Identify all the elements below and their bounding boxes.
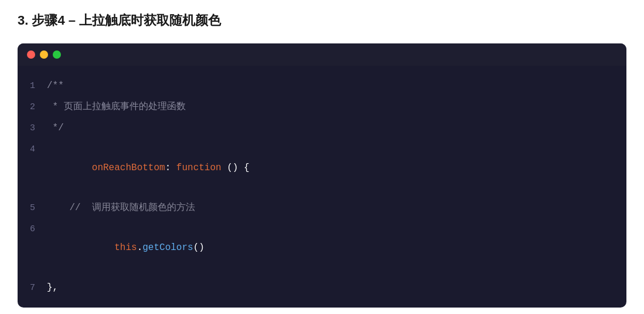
- dot-green: [53, 50, 61, 59]
- window-titlebar: [18, 43, 626, 66]
- code-line: 5 // 调用获取随机颜色的方法: [18, 197, 626, 218]
- code-text: [92, 242, 114, 253]
- line-number: 5: [18, 200, 47, 217]
- code-dot: .: [137, 242, 143, 253]
- line-content: },: [47, 278, 58, 297]
- dot-yellow: [40, 50, 48, 59]
- line-content: this.getColors(): [47, 220, 205, 276]
- code-line: 7 },: [18, 277, 626, 298]
- line-content: // 调用获取随机颜色的方法: [47, 198, 195, 217]
- page-title: 3. 步骤4 – 上拉触底时获取随机颜色: [18, 12, 626, 29]
- line-content: * 页面上拉触底事件的处理函数: [47, 97, 186, 116]
- code-line: 6 this.getColors(): [18, 218, 626, 277]
- line-number: 6: [18, 221, 47, 238]
- code-this: this: [114, 242, 137, 253]
- line-number: 1: [18, 77, 47, 95]
- code-window: 1 /** 2 * 页面上拉触底事件的处理函数 3 */ 4 onReachBo…: [18, 43, 626, 308]
- line-content: /**: [47, 76, 64, 95]
- code-line: 1 /**: [18, 75, 626, 96]
- dot-red: [27, 50, 35, 59]
- code-method: getColors: [142, 242, 193, 253]
- line-number: 3: [18, 120, 47, 137]
- code-keyword: function: [176, 163, 222, 173]
- line-number: 4: [18, 141, 47, 158]
- code-line: 4 onReachBottom: function () {: [18, 139, 626, 197]
- code-body: 1 /** 2 * 页面上拉触底事件的处理函数 3 */ 4 onReachBo…: [18, 66, 626, 308]
- code-line: 2 * 页面上拉触底事件的处理函数: [18, 96, 626, 117]
- line-number: 2: [18, 99, 47, 116]
- line-number: 7: [18, 279, 47, 297]
- code-punctuation: :: [165, 163, 176, 173]
- code-line: 3 */: [18, 117, 626, 139]
- line-content: onReachBottom: function () {: [47, 140, 250, 196]
- code-property: onReachBottom: [92, 163, 165, 173]
- line-content: */: [47, 119, 64, 137]
- code-parens: (): [193, 242, 205, 253]
- code-text: () {: [222, 163, 250, 173]
